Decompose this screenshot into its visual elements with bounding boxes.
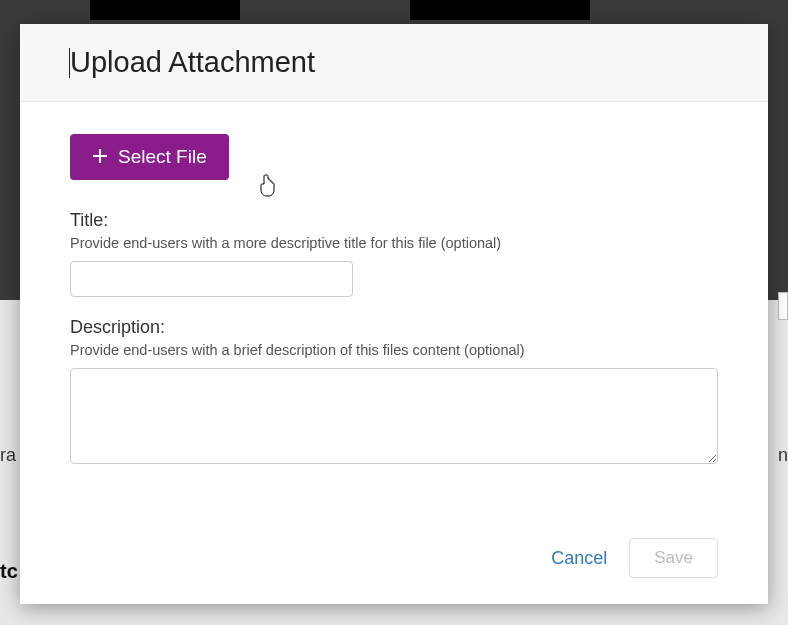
description-help-text: Provide end-users with a brief descripti… [70,342,718,358]
title-label: Title: [70,210,718,231]
modal-title: Upload Attachment [70,46,718,79]
description-field-group: Description: Provide end-users with a br… [70,317,718,468]
select-file-label: Select File [118,146,207,168]
bg-text-fragment: ra [0,445,16,466]
description-label: Description: [70,317,718,338]
plus-icon [92,147,108,167]
bg-text-fragment: n [778,445,788,466]
title-input[interactable] [70,261,353,297]
modal-body: Select File Title: Provide end-users wit… [20,102,768,524]
select-file-button[interactable]: Select File [70,134,229,180]
save-button[interactable]: Save [629,538,718,578]
description-textarea[interactable] [70,368,718,464]
bg-box-fragment [778,292,788,320]
bg-text-fragment: tc [0,560,18,583]
modal-header: Upload Attachment [20,24,768,102]
cursor-pointer-icon [258,174,278,198]
title-help-text: Provide end-users with a more descriptiv… [70,235,718,251]
upload-attachment-modal: Upload Attachment Select File Title: Pro… [20,24,768,604]
title-field-group: Title: Provide end-users with a more des… [70,210,718,297]
cancel-button[interactable]: Cancel [551,548,607,569]
modal-footer: Cancel Save [20,524,768,604]
